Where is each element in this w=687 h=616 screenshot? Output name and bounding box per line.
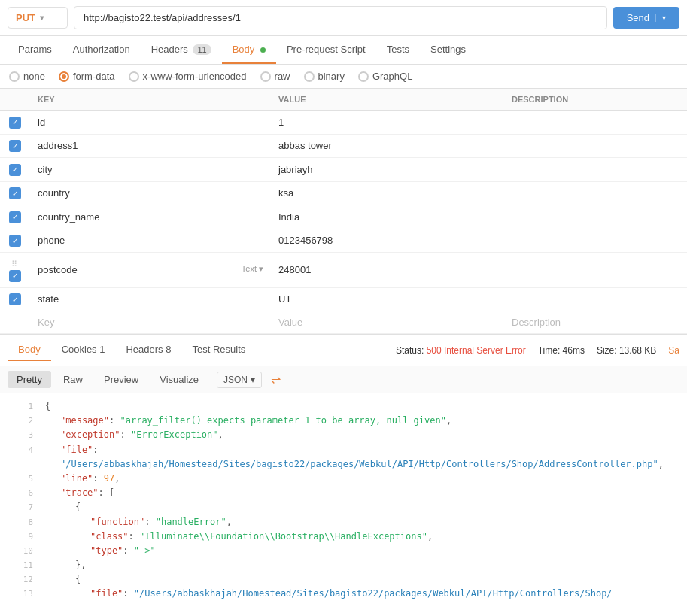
method-select[interactable]: PUT ▾ bbox=[8, 7, 68, 29]
tab-pre-request[interactable]: Pre-request Script bbox=[276, 36, 376, 64]
row-description[interactable] bbox=[504, 253, 687, 288]
table-row: ✓ state UT bbox=[0, 287, 687, 311]
row-description[interactable] bbox=[504, 158, 687, 182]
method-label: PUT bbox=[16, 12, 35, 23]
row-value[interactable]: UT bbox=[271, 287, 504, 311]
row-checkbox[interactable]: ✓ bbox=[9, 235, 21, 247]
row-checkbox[interactable]: ✓ bbox=[9, 293, 21, 305]
resp-format-raw[interactable]: Raw bbox=[54, 371, 92, 388]
row-key[interactable]: phone bbox=[30, 229, 271, 253]
json-content: "trace": [ bbox=[45, 486, 681, 500]
row-description[interactable] bbox=[504, 181, 687, 205]
json-line: 8"function": "handleError", bbox=[0, 515, 687, 530]
resp-tab-body[interactable]: Body bbox=[8, 339, 51, 361]
time-label: Time: 46ms bbox=[538, 345, 585, 356]
row-value[interactable]: 0123456798 bbox=[271, 229, 504, 253]
row-key[interactable]: country bbox=[30, 181, 271, 205]
placeholder-description[interactable]: Description bbox=[504, 311, 687, 334]
json-line: 11}, bbox=[0, 558, 687, 572]
option-form-data[interactable]: form-data bbox=[59, 71, 115, 82]
row-value[interactable]: India bbox=[271, 205, 504, 229]
option-none[interactable]: none bbox=[9, 71, 45, 82]
placeholder-key[interactable]: Key bbox=[30, 311, 271, 334]
row-key[interactable]: state bbox=[30, 287, 271, 311]
table-row: ✓ country ksa bbox=[0, 181, 687, 205]
resp-tab-headers[interactable]: Headers 8 bbox=[115, 339, 181, 361]
line-number: 8 bbox=[6, 516, 33, 530]
option-raw[interactable]: raw bbox=[260, 71, 290, 82]
row-key[interactable]: id bbox=[30, 111, 271, 135]
placeholder-check bbox=[0, 311, 30, 334]
row-description[interactable] bbox=[504, 205, 687, 229]
row-value[interactable]: jabriayh bbox=[271, 158, 504, 182]
json-content: "type": "->" bbox=[45, 544, 681, 558]
row-value[interactable]: ksa bbox=[271, 181, 504, 205]
params-table: KEY VALUE DESCRIPTION ✓ id 1 ✓ address1 … bbox=[0, 89, 687, 334]
row-description[interactable] bbox=[504, 229, 687, 253]
table-row: ✓ country_name India bbox=[0, 205, 687, 229]
row-drag: ✓ bbox=[0, 229, 30, 253]
row-drag: ✓ bbox=[0, 158, 30, 182]
line-number: 12 bbox=[6, 573, 33, 587]
send-button[interactable]: Send ▾ bbox=[613, 7, 679, 29]
table-row: ✓ address1 abbas tower bbox=[0, 134, 687, 158]
row-checkbox[interactable]: ✓ bbox=[9, 211, 21, 223]
row-key[interactable]: address1 bbox=[30, 134, 271, 158]
text-type-dropdown[interactable]: Text ▾ bbox=[242, 264, 263, 274]
row-key[interactable]: country_name bbox=[30, 205, 271, 229]
row-description[interactable] bbox=[504, 287, 687, 311]
json-output: 1{2"message": "array_filter() expects pa… bbox=[0, 393, 687, 608]
row-drag: ✓ bbox=[0, 111, 30, 135]
row-drag: ✓ bbox=[0, 181, 30, 205]
row-key[interactable]: postcodeText ▾ bbox=[30, 253, 271, 288]
tab-tests[interactable]: Tests bbox=[376, 36, 420, 64]
radio-none bbox=[9, 71, 20, 82]
format-select[interactable]: JSON ▾ bbox=[217, 372, 262, 388]
row-checkbox[interactable]: ✓ bbox=[9, 187, 21, 199]
tab-settings[interactable]: Settings bbox=[420, 36, 476, 64]
option-urlencoded[interactable]: x-www-form-urlencoded bbox=[129, 71, 247, 82]
size-label: Size: 13.68 KB bbox=[597, 345, 656, 356]
url-input[interactable] bbox=[74, 6, 607, 29]
line-number: 1 bbox=[6, 400, 33, 414]
status-label: Status: 500 Internal Server Error bbox=[396, 345, 526, 356]
option-binary[interactable]: binary bbox=[304, 71, 345, 82]
table-row: ✓ city jabriayh bbox=[0, 158, 687, 182]
placeholder-value[interactable]: Value bbox=[271, 311, 504, 334]
resp-format-pretty[interactable]: Pretty bbox=[8, 371, 51, 388]
tab-authorization[interactable]: Authorization bbox=[62, 36, 141, 64]
row-checkbox[interactable]: ✓ bbox=[9, 164, 21, 176]
json-content: { bbox=[45, 572, 681, 587]
row-checkbox[interactable]: ✓ bbox=[9, 117, 21, 129]
row-checkbox[interactable]: ✓ bbox=[9, 140, 21, 152]
row-value[interactable]: abbas tower bbox=[271, 134, 504, 158]
resp-tab-test-results[interactable]: Test Results bbox=[181, 339, 256, 361]
json-content: "function": "handleError", bbox=[45, 515, 681, 530]
save-label[interactable]: Sa bbox=[668, 345, 679, 356]
row-key[interactable]: city bbox=[30, 158, 271, 182]
option-graphql[interactable]: GraphQL bbox=[358, 71, 412, 82]
tab-params[interactable]: Params bbox=[8, 36, 62, 64]
radio-binary bbox=[304, 71, 315, 82]
row-value[interactable]: 248001 bbox=[271, 253, 504, 288]
resp-tab-cookies[interactable]: Cookies 1 bbox=[51, 339, 116, 361]
wrap-lines-button[interactable]: ⇌ bbox=[271, 372, 281, 387]
json-line: 13"file": "/Users/abbaskhajah/Homestead/… bbox=[0, 587, 687, 601]
json-content: "exception": "ErrorException", bbox=[45, 428, 681, 442]
json-line: 3"exception": "ErrorException", bbox=[0, 428, 687, 442]
tab-headers[interactable]: Headers 11 bbox=[141, 36, 222, 64]
format-label: JSON bbox=[223, 375, 248, 385]
resp-format-visualize[interactable]: Visualize bbox=[150, 371, 208, 388]
row-value[interactable]: 1 bbox=[271, 111, 504, 135]
json-content: "line": 97, bbox=[45, 472, 681, 486]
binary-label: binary bbox=[318, 71, 345, 82]
radio-raw bbox=[260, 71, 271, 82]
row-description[interactable] bbox=[504, 111, 687, 135]
row-checkbox[interactable]: ✓ bbox=[9, 270, 21, 282]
row-description[interactable] bbox=[504, 134, 687, 158]
line-number: 11 bbox=[6, 559, 33, 572]
send-dropdown-icon[interactable]: ▾ bbox=[655, 14, 666, 22]
none-label: none bbox=[23, 71, 45, 82]
resp-format-preview[interactable]: Preview bbox=[95, 371, 147, 388]
tab-body[interactable]: Body bbox=[222, 36, 276, 64]
